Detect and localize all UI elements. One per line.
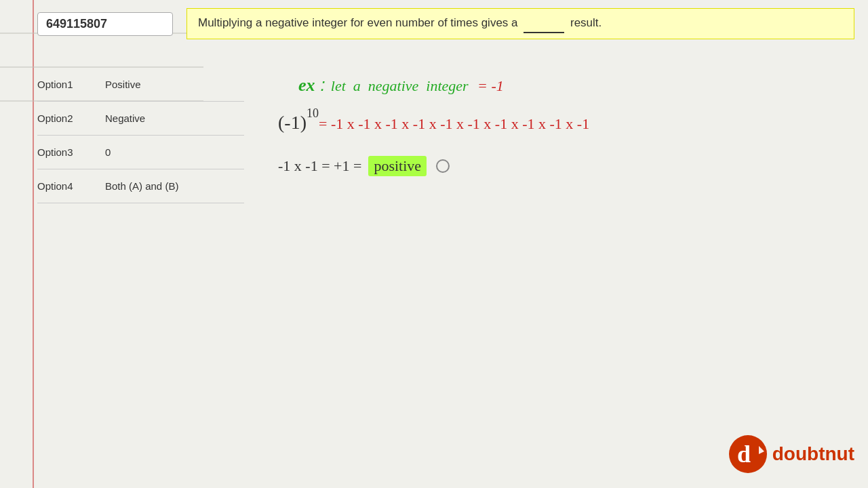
ex-label: ex — [298, 75, 315, 96]
result-positive: positive — [368, 156, 427, 176]
option4-label: Option4 — [37, 180, 92, 192]
option-row-1: Option1 Positive — [37, 68, 244, 102]
math-line-3: -1 x -1 = +1 = positive — [278, 156, 450, 176]
question-text: Multiplying a negative integer for even … — [186, 8, 854, 39]
doubtnut-logo: d doubtnut — [728, 434, 854, 474]
options-panel: Option1 Positive Option2 Negative Option… — [0, 54, 244, 488]
power-expression: (-1) 10 — [278, 112, 319, 134]
option1-label: Option1 — [37, 79, 92, 90]
question-text-content: Multiplying a negative integer for even … — [198, 16, 518, 29]
option2-value: Negative — [105, 113, 145, 124]
option1-value: Positive — [105, 79, 141, 90]
main-container: 649115807 Multiplying a negative integer… — [0, 0, 868, 488]
option4-value: Both (A) and (B) — [105, 180, 178, 192]
doubtnut-brand-text: doubtnut — [772, 443, 854, 465]
math-content: ex : let a negative integer = -1 (-1) 10… — [258, 61, 854, 481]
math-panel: ex : let a negative integer = -1 (-1) 10… — [244, 54, 868, 488]
option3-label: Option3 — [37, 146, 92, 158]
math-line-1: ex : let a negative integer = -1 — [298, 75, 504, 96]
expansion-text: = -1 x -1 x -1 x -1 x -1 x -1 x -1 x -1 … — [319, 115, 589, 133]
question-blank — [524, 14, 564, 33]
line3-equation: -1 x -1 = +1 = — [278, 157, 361, 175]
option-row-2: Option2 Negative — [37, 102, 244, 136]
content-area: Option1 Positive Option2 Negative Option… — [0, 47, 868, 488]
svg-text:d: d — [737, 441, 751, 468]
line1-equals: = -1 — [474, 77, 504, 95]
exponent-value: 10 — [307, 106, 319, 121]
option-row-4: Option4 Both (A) and (B) — [37, 169, 244, 203]
doubtnut-icon: d — [728, 434, 768, 474]
question-id: 649115807 — [37, 12, 173, 36]
cursor-circle — [436, 159, 450, 173]
question-suffix: result. — [570, 16, 601, 29]
option-row-3: Option3 0 — [37, 136, 244, 169]
math-line-2: (-1) 10 = -1 x -1 x -1 x -1 x -1 x -1 x … — [278, 112, 589, 134]
option3-value: 0 — [105, 146, 111, 158]
line1-let: let a negative integer — [331, 77, 469, 95]
base-value: (-1) — [278, 112, 307, 134]
top-bar: 649115807 Multiplying a negative integer… — [0, 0, 868, 47]
option2-label: Option2 — [37, 113, 92, 124]
colon: : — [321, 75, 326, 96]
